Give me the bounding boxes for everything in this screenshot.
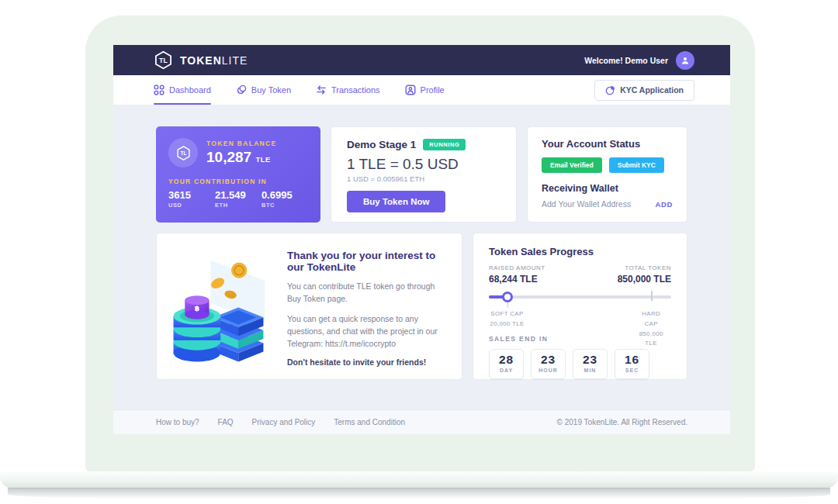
brand-text-light: LITE	[222, 54, 248, 67]
hard-cap-label: HARD CAP 850,000 TLE	[639, 309, 663, 349]
footer-link-faq[interactable]: FAQ	[218, 418, 234, 426]
logo-monogram: TL	[180, 150, 186, 156]
tokenlite-hexagon-icon: TL	[168, 138, 198, 167]
nav-item-dashboard[interactable]: Dashboard	[154, 75, 211, 105]
user-card-icon	[405, 85, 416, 95]
contribution-row: 3615 USD 21.549 ETH 0.6995 BTC	[168, 189, 308, 209]
progress-title: Token Sales Progress	[489, 246, 671, 257]
kyc-application-button[interactable]: KYC Application	[594, 80, 694, 101]
contribution-eth: 21.549 ETH	[215, 189, 261, 209]
page-footer: How to buy? FAQ Privacy and Policy Terms…	[113, 409, 730, 434]
brand[interactable]: TL TOKENLITE	[154, 50, 248, 70]
user-icon	[680, 55, 691, 66]
countdown-seconds: 16 SEC	[615, 349, 649, 379]
progress-knob[interactable]	[502, 292, 513, 302]
tokenlite-logo-icon: TL	[154, 50, 173, 70]
footer-link-how-to-buy[interactable]: How to buy?	[156, 418, 199, 426]
thank-you-card: ฿ Thank you for your interest to our Tok…	[156, 233, 462, 380]
total-token-label: TOTAL TOKEN	[618, 264, 671, 271]
countdown-days: 28 DAY	[489, 349, 524, 379]
top-navbar: TL TOKENLITE Welcome! Demo User	[113, 45, 730, 75]
raised-amount-value: 68,244 TLE	[489, 274, 545, 285]
coins-icon	[236, 85, 247, 95]
email-verified-badge: Email Verified	[542, 157, 602, 173]
total-token-block: TOTAL TOKEN 850,000 TLE	[618, 264, 671, 285]
laptop-base-shadow	[8, 488, 830, 501]
nav-item-transactions[interactable]: Transactions	[316, 75, 380, 105]
contribution-usd: 3615 USD	[168, 189, 215, 209]
running-status-badge: RUNNING	[423, 139, 466, 150]
receiving-wallet-title: Receiving Wallet	[542, 183, 673, 194]
sales-progress-slider	[489, 292, 671, 302]
sale-stage-card: Demo Stage 1 RUNNING 1 TLE = 0.5 USD 1 U…	[331, 126, 517, 223]
token-balance-card: TL TOKEN BALANCE 10,287 TLE YOUR CONTRIB…	[156, 126, 320, 223]
brand-text: TOKENLITE	[180, 54, 248, 67]
welcome-text: Welcome! Demo User	[584, 56, 668, 65]
stage-title: Demo Stage 1	[347, 139, 416, 150]
thank-you-text: Thank you for your interest to our Token…	[287, 247, 445, 379]
soft-cap-label: SOFT CAP 20,000 TLE	[490, 309, 524, 330]
balance-amount: 10,287 TLE	[206, 149, 276, 166]
brand-text-bold: TOKEN	[180, 54, 222, 67]
balance-label: TOKEN BALANCE	[206, 140, 276, 147]
footer-link-privacy[interactable]: Privacy and Policy	[252, 418, 316, 426]
nav-label: Dashboard	[169, 85, 211, 95]
total-token-value: 850,000 TLE	[618, 274, 671, 285]
app-screen: TL TOKENLITE Welcome! Demo User	[113, 45, 730, 434]
sub-navbar: Dashboard Buy Token Tran	[113, 75, 730, 105]
detail-row: ฿ Thank you for your interest to our Tok…	[156, 233, 687, 380]
nav-label: Buy Token	[251, 85, 291, 95]
nav-item-buy-token[interactable]: Buy Token	[236, 75, 291, 105]
thank-you-paragraph-2: You can get a quick response to any ques…	[287, 312, 445, 350]
wallet-address-text: Add Your Wallet Address	[542, 199, 631, 209]
raised-amount-label: RAISED AMOUNT	[489, 264, 545, 271]
raised-amount-block: RAISED AMOUNT 68,244 TLE	[489, 264, 545, 285]
slider-track	[489, 295, 671, 299]
contribution-btc: 0.6995 BTC	[261, 189, 308, 209]
laptop-mockup: TL TOKENLITE Welcome! Demo User	[0, 0, 838, 504]
logo-monogram: TL	[159, 57, 168, 64]
thank-you-title: Thank you for your interest to our Token…	[287, 250, 445, 273]
account-status-card: Your Account Status Email Verified Submi…	[527, 126, 687, 223]
contribution-label: YOUR CONTRIBUTION IN	[168, 178, 308, 185]
grid-icon	[154, 85, 164, 95]
cap-labels: SOFT CAP 20,000 TLE HARD CAP 850,000 TLE	[489, 309, 671, 328]
nav-label: Transactions	[331, 85, 380, 95]
countdown-minutes: 23 MIN	[573, 349, 608, 379]
account-status-title: Your Account Status	[542, 138, 673, 150]
user-avatar[interactable]	[676, 51, 694, 70]
summary-row: TL TOKEN BALANCE 10,287 TLE YOUR CONTRIB…	[156, 126, 687, 223]
countdown: 28 DAY 23 HOUR 23 MIN 16	[489, 349, 671, 379]
token-rate: 1 TLE = 0.5 USD	[347, 156, 500, 173]
laptop-base	[0, 471, 838, 488]
thank-you-paragraph-3: Don't hesitate to invite your friends!	[287, 357, 445, 367]
thank-you-paragraph-1: You can contribute TLE token go through …	[287, 280, 445, 306]
isometric-coin-stacks-illustration: ฿	[169, 253, 276, 371]
dashboard-content: TL TOKEN BALANCE 10,287 TLE YOUR CONTRIB…	[113, 105, 730, 409]
token-sales-progress-card: Token Sales Progress RAISED AMOUNT 68,24…	[473, 233, 687, 380]
svg-text:฿: ฿	[195, 304, 199, 312]
buy-token-now-button[interactable]: Buy Token Now	[347, 191, 445, 212]
nav-label: Profile	[421, 85, 445, 95]
swap-arrows-icon	[316, 85, 327, 95]
submit-kyc-badge[interactable]: Submit KYC	[609, 157, 664, 173]
countdown-hours: 23 HOUR	[531, 349, 566, 379]
token-sub-rate: 1 USD = 0.005961 ETH	[347, 174, 500, 183]
copyright-text: © 2019 TokenLite. All Right Reserved.	[557, 418, 687, 426]
pie-chart-icon	[605, 85, 615, 95]
add-wallet-link[interactable]: ADD	[656, 200, 673, 209]
footer-link-terms[interactable]: Terms and Condition	[334, 418, 405, 426]
soft-cap-tick	[507, 302, 508, 308]
nav-item-profile[interactable]: Profile	[405, 75, 445, 105]
kyc-button-label: KYC Application	[620, 85, 684, 95]
hard-cap-tick	[651, 291, 653, 301]
